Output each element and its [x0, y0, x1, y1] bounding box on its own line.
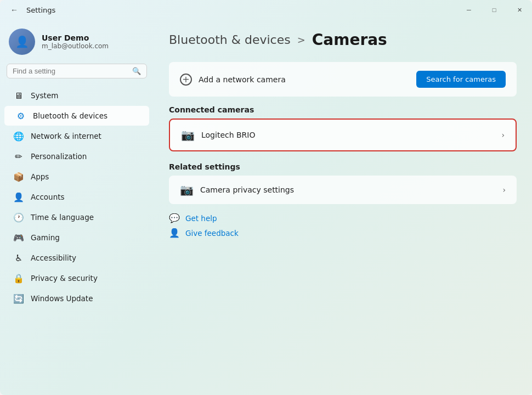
- sidebar: 👤 User Demo m_lab@outlook.com 🔍 🖥 System: [0, 20, 154, 395]
- titlebar: ← Settings ─ □ ✕: [0, 0, 532, 20]
- sidebar-item-label-system: System: [31, 91, 58, 100]
- maximize-button[interactable]: □: [482, 0, 507, 20]
- get-help-icon: 💬: [169, 213, 180, 223]
- connected-cameras-title: Connected cameras: [169, 105, 517, 114]
- help-links: 💬 Get help 👤 Give feedback: [169, 213, 517, 238]
- accessibility-icon: ♿: [13, 252, 24, 263]
- sidebar-item-label-time: Time & language: [31, 213, 94, 222]
- search-icon: 🔍: [132, 67, 141, 75]
- breadcrumb-parent[interactable]: Bluetooth & devices: [169, 33, 291, 47]
- sidebar-item-label-network: Network & internet: [31, 132, 101, 140]
- privacy-icon: 🔒: [13, 273, 24, 284]
- content-area: 👤 User Demo m_lab@outlook.com 🔍 🖥 System: [0, 20, 532, 395]
- bluetooth-icon: ⚙: [15, 110, 26, 121]
- window-title: Settings: [26, 6, 55, 14]
- time-icon: 🕐: [13, 212, 24, 223]
- camera-name: Logitech BRIO: [201, 131, 256, 139]
- privacy-chevron-icon: ›: [502, 185, 506, 194]
- get-help-link[interactable]: 💬 Get help: [169, 213, 517, 223]
- get-help-label: Get help: [185, 214, 217, 223]
- sidebar-item-personalization[interactable]: ✏️ Personalization: [4, 146, 149, 166]
- add-camera-left: + Add a network camera: [180, 74, 286, 86]
- sidebar-item-label-apps: Apps: [31, 172, 49, 181]
- sidebar-item-apps[interactable]: 📦 Apps: [4, 167, 149, 187]
- settings-window: ← Settings ─ □ ✕ 👤 User Demo m_lab@outlo…: [0, 0, 532, 395]
- system-icon: 🖥: [13, 90, 24, 101]
- back-button[interactable]: ←: [7, 2, 22, 18]
- sidebar-item-label-personalization: Personalization: [31, 152, 87, 161]
- camera-privacy-item[interactable]: 📷 Camera privacy settings ›: [169, 176, 517, 204]
- sidebar-item-accessibility[interactable]: ♿ Accessibility: [4, 248, 149, 268]
- avatar[interactable]: 👤: [9, 29, 35, 55]
- camera-item-left: 📷 Logitech BRIO: [181, 128, 256, 142]
- connected-cameras-section: Connected cameras 📷 Logitech BRIO ›: [169, 105, 517, 151]
- window-controls: ─ □ ✕: [456, 0, 532, 20]
- update-icon: 🔄: [13, 293, 24, 304]
- breadcrumb-separator: >: [297, 34, 305, 46]
- back-arrow-icon: ←: [10, 5, 18, 14]
- accounts-icon: 👤: [13, 191, 24, 202]
- apps-icon: 📦: [13, 171, 24, 182]
- search-box[interactable]: 🔍: [7, 64, 147, 78]
- sidebar-item-network[interactable]: 🌐 Network & internet: [4, 126, 149, 146]
- user-name: User Demo: [42, 33, 109, 42]
- sidebar-item-privacy[interactable]: 🔒 Privacy & security: [4, 268, 149, 288]
- network-icon: 🌐: [13, 131, 24, 142]
- add-camera-label: Add a network camera: [199, 75, 286, 84]
- sidebar-item-label-gaming: Gaming: [31, 233, 60, 242]
- related-settings-title: Related settings: [169, 162, 517, 171]
- sidebar-item-label-update: Windows Update: [31, 294, 93, 303]
- add-camera-row: + Add a network camera Search for camera…: [169, 62, 517, 97]
- sidebar-item-bluetooth[interactable]: ⚙ Bluetooth & devices: [4, 106, 149, 126]
- minimize-button[interactable]: ─: [456, 0, 482, 20]
- give-feedback-icon: 👤: [169, 228, 180, 238]
- privacy-label: Camera privacy settings: [200, 185, 294, 194]
- chevron-right-icon: ›: [501, 131, 505, 139]
- sidebar-nav: 🖥 System ⚙ Bluetooth & devices 🌐 Network…: [0, 85, 154, 309]
- sidebar-item-gaming[interactable]: 🎮 Gaming: [4, 228, 149, 247]
- personalization-icon: ✏️: [13, 151, 24, 162]
- user-info: User Demo m_lab@outlook.com: [42, 33, 109, 50]
- main-content: Bluetooth & devices > Cameras + Add a ne…: [154, 20, 532, 395]
- sidebar-item-system[interactable]: 🖥 System: [4, 86, 149, 105]
- search-cameras-button[interactable]: Search for cameras: [416, 71, 506, 88]
- related-settings-card: 📷 Camera privacy settings ›: [169, 176, 517, 204]
- close-button[interactable]: ✕: [507, 0, 532, 20]
- sidebar-item-update[interactable]: 🔄 Windows Update: [4, 289, 149, 308]
- sidebar-item-label-bluetooth: Bluetooth & devices: [33, 111, 107, 120]
- related-settings-section: Related settings 📷 Camera privacy settin…: [169, 162, 517, 204]
- camera-icon: 📷: [181, 128, 195, 142]
- breadcrumb: Bluetooth & devices > Cameras: [169, 31, 517, 49]
- sidebar-item-time[interactable]: 🕐 Time & language: [4, 207, 149, 227]
- breadcrumb-current: Cameras: [312, 31, 387, 49]
- user-section: 👤 User Demo m_lab@outlook.com: [0, 24, 154, 64]
- add-circle-icon: +: [180, 74, 192, 86]
- privacy-item-left: 📷 Camera privacy settings: [180, 183, 294, 196]
- user-email: m_lab@outlook.com: [42, 42, 109, 50]
- avatar-icon: 👤: [15, 35, 29, 48]
- sidebar-item-label-accounts: Accounts: [31, 193, 65, 201]
- sidebar-item-accounts[interactable]: 👤 Accounts: [4, 187, 149, 207]
- sidebar-item-label-accessibility: Accessibility: [31, 253, 76, 262]
- titlebar-left: ← Settings: [7, 2, 55, 18]
- camera-list-item-logitech[interactable]: 📷 Logitech BRIO ›: [169, 119, 517, 151]
- gaming-icon: 🎮: [13, 232, 24, 243]
- privacy-camera-icon: 📷: [180, 183, 194, 196]
- search-input[interactable]: [13, 67, 128, 75]
- give-feedback-link[interactable]: 👤 Give feedback: [169, 228, 517, 238]
- add-camera-card: + Add a network camera Search for camera…: [169, 62, 517, 97]
- sidebar-item-label-privacy: Privacy & security: [31, 274, 98, 283]
- give-feedback-label: Give feedback: [185, 229, 239, 238]
